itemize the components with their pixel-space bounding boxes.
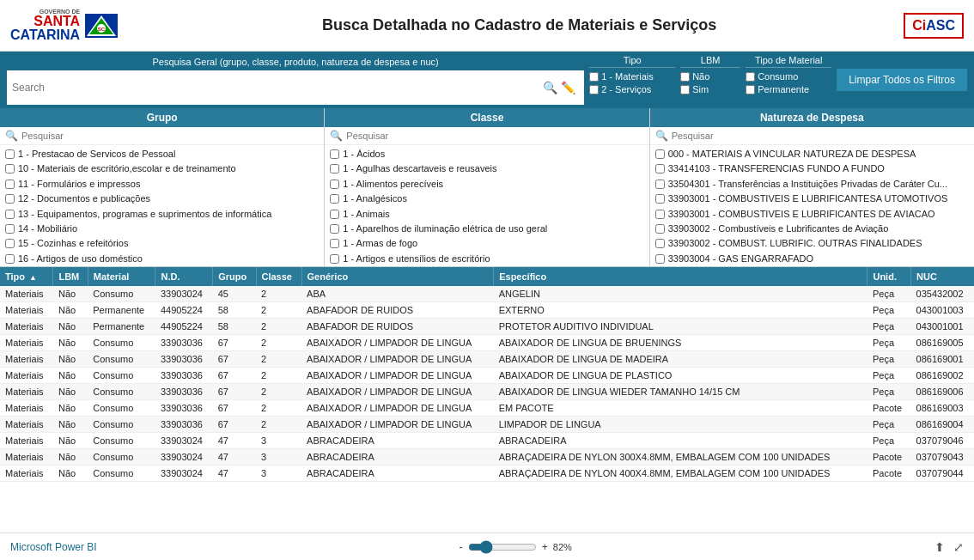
natureza-search-icon: 🔍 <box>655 130 668 142</box>
powerbi-link[interactable]: Microsoft Power BI <box>10 541 97 553</box>
table-cell: Não <box>53 319 88 335</box>
table-cell: Não <box>53 286 88 302</box>
table-cell: ABA <box>301 286 494 302</box>
clear-filters-button[interactable]: Limpar Todos os Filtros <box>837 69 967 91</box>
table-column-header[interactable]: Classe <box>256 267 301 286</box>
list-item[interactable]: 1 - Armas de fogo <box>325 236 648 251</box>
table-cell: ABAIXADOR / LIMPADOR DE LINGUA <box>301 384 494 400</box>
table-cell: Materiais <box>0 319 53 335</box>
table-row[interactable]: MateriaisNãoConsumo33903036672ABAIXADOR … <box>0 335 974 351</box>
list-item[interactable]: 1 - Ácidos <box>325 147 648 161</box>
list-item[interactable]: 16 - Artigos de uso doméstico <box>0 252 324 266</box>
table-row[interactable]: MateriaisNãoConsumo33903036672ABAIXADOR … <box>0 351 974 368</box>
search-input[interactable] <box>12 82 543 94</box>
list-item[interactable]: 14 - Mobiliário <box>0 222 324 236</box>
list-item[interactable]: 1 - Agulhas descartaveis e reusaveis <box>325 161 648 176</box>
list-item[interactable]: 33903001 - COMBUSTIVEIS E LUBRIFICANTES … <box>650 207 974 222</box>
natureza-search-input[interactable] <box>672 131 969 141</box>
list-item[interactable]: 15 - Cozinhas e refeitórios <box>0 236 324 251</box>
list-item[interactable]: 33903002 - Combustíveis e Lubrificantes … <box>650 222 974 236</box>
table-row[interactable]: MateriaisNãoConsumo33903036672ABAIXADOR … <box>0 368 974 384</box>
table-cell: ABRACADEIRA <box>301 433 494 449</box>
table-column-header[interactable]: Tipo ▲ <box>0 267 53 286</box>
fullscreen-icon-button[interactable]: ⤢ <box>953 540 964 554</box>
table-column-header[interactable]: Material <box>88 267 155 286</box>
table-cell: 58 <box>213 319 256 335</box>
classe-search-input[interactable] <box>346 131 643 141</box>
tipo-materiais-checkbox[interactable]: 1 - Materiais <box>589 71 675 82</box>
tipo-material-permanente-checkbox[interactable]: Permanente <box>746 84 831 94</box>
table-cell: Não <box>53 466 88 482</box>
table-column-header[interactable]: Específico <box>494 267 867 286</box>
grupo-search-input[interactable] <box>21 131 319 141</box>
search-button[interactable]: 🔍 <box>543 81 557 94</box>
list-item[interactable]: 13 - Equipamentos, programas e supriment… <box>0 207 324 222</box>
list-item[interactable]: 33504301 - Transferências a Instituições… <box>650 177 974 192</box>
list-item[interactable]: 1 - Prestacao de Servicos de Pessoal <box>0 147 324 161</box>
list-item[interactable]: 33903002 - COMBUST. LUBRIFIC. OUTRAS FIN… <box>650 236 974 251</box>
logo-area: GOVERNO DE SANTA CATARINA SC <box>10 9 118 42</box>
list-item[interactable]: 33903001 - COMBUSTIVEIS E LUBRIFICANTESA… <box>650 192 974 206</box>
table-column-header[interactable]: N.D. <box>155 267 213 286</box>
list-item[interactable]: 1 - Artigos e utensílios de escritório <box>325 252 648 266</box>
zoom-slider[interactable] <box>468 540 537 554</box>
table-row[interactable]: MateriaisNãoPermanente44905224582ABAFADO… <box>0 302 974 319</box>
table-row[interactable]: MateriaisNãoPermanente44905224582ABAFADO… <box>0 319 974 335</box>
filter-bar: Pesquisa Geral (grupo, classe, produto, … <box>0 52 974 108</box>
list-item[interactable]: 33903004 - GAS ENGARRAFADO <box>650 252 974 266</box>
table-cell: Pacote <box>867 400 911 417</box>
table-cell: 043001001 <box>911 319 974 335</box>
table-cell: Peça <box>867 335 911 351</box>
table-cell: 33903036 <box>155 400 213 417</box>
list-item[interactable]: 000 - MATERIAIS A VINCULAR NATUREZA DE D… <box>650 147 974 161</box>
table-cell: 2 <box>256 351 301 368</box>
table-column-header[interactable]: Grupo <box>213 267 256 286</box>
table-cell: 086169002 <box>911 368 974 384</box>
table-cell: 33903024 <box>155 466 213 482</box>
list-item[interactable]: 1 - Animais <box>325 207 648 222</box>
data-table-wrap[interactable]: Tipo ▲LBMMaterialN.D.GrupoClasseGenérico… <box>0 267 974 533</box>
table-cell: ABAFADOR DE RUIDOS <box>301 302 494 319</box>
state-name-catarina: CATARINA <box>10 28 80 42</box>
table-row[interactable]: MateriaisNãoConsumo33903024452ABAANGELIN… <box>0 286 974 302</box>
tipo-material-consumo-checkbox[interactable]: Consumo <box>746 71 831 82</box>
table-cell: 037079044 <box>911 466 974 482</box>
table-row[interactable]: MateriaisNãoConsumo33903024473ABRACADEIR… <box>0 433 974 449</box>
list-item[interactable]: 1 - Analgésicos <box>325 192 648 206</box>
list-item[interactable]: 12 - Documentos e publicações <box>0 192 324 206</box>
table-row[interactable]: MateriaisNãoConsumo33903024473ABRACADEIR… <box>0 449 974 466</box>
table-cell: Materiais <box>0 433 53 449</box>
lbm-sim-checkbox[interactable]: Sim <box>680 84 740 94</box>
table-column-header[interactable]: LBM <box>53 267 88 286</box>
list-item[interactable]: 11 - Formulários e impressos <box>0 177 324 192</box>
table-cell: EXTERNO <box>494 302 867 319</box>
natureza-panel-header: Natureza de Despesa <box>650 108 974 127</box>
table-row[interactable]: MateriaisNãoConsumo33903024473ABRACADEIR… <box>0 466 974 482</box>
tipo-servicos-checkbox[interactable]: 2 - Serviços <box>589 84 675 94</box>
table-row[interactable]: MateriaisNãoConsumo33903036672ABAIXADOR … <box>0 417 974 433</box>
list-item[interactable]: 1 - Alimentos perecíveis <box>325 177 648 192</box>
classe-list: 1 - Ácidos1 - Agulhas descartaveis e reu… <box>325 145 648 266</box>
table-cell: 67 <box>213 335 256 351</box>
table-column-header[interactable]: Genérico <box>301 267 494 286</box>
table-cell: Consumo <box>88 368 155 384</box>
table-cell: ABAIXADOR / LIMPADOR DE LINGUA <box>301 351 494 368</box>
table-cell: 33903036 <box>155 335 213 351</box>
table-cell: Consumo <box>88 335 155 351</box>
list-item[interactable]: 10 - Materiais de escritório,escolar e d… <box>0 161 324 176</box>
table-cell: 33903024 <box>155 449 213 466</box>
table-cell: 035432002 <box>911 286 974 302</box>
table-column-header[interactable]: NUC <box>911 267 974 286</box>
share-icon-button[interactable]: ⬆ <box>934 540 945 554</box>
table-cell: Materiais <box>0 466 53 482</box>
list-item[interactable]: 33414103 - TRANSFERENCIAS FUNDO A FUNDO <box>650 161 974 176</box>
list-item[interactable]: 1 - Aparelhos de iluminação elétrica de … <box>325 222 648 236</box>
lbm-nao-checkbox[interactable]: Não <box>680 71 740 82</box>
classe-search-area: 🔍 <box>325 127 648 145</box>
pen-icon-button[interactable]: ✏️ <box>557 81 579 94</box>
table-cell: 037079043 <box>911 449 974 466</box>
table-row[interactable]: MateriaisNãoConsumo33903036672ABAIXADOR … <box>0 400 974 417</box>
table-row[interactable]: MateriaisNãoConsumo33903036672ABAIXADOR … <box>0 384 974 400</box>
table-cell: Peça <box>867 417 911 433</box>
table-column-header[interactable]: Unid. <box>867 267 911 286</box>
